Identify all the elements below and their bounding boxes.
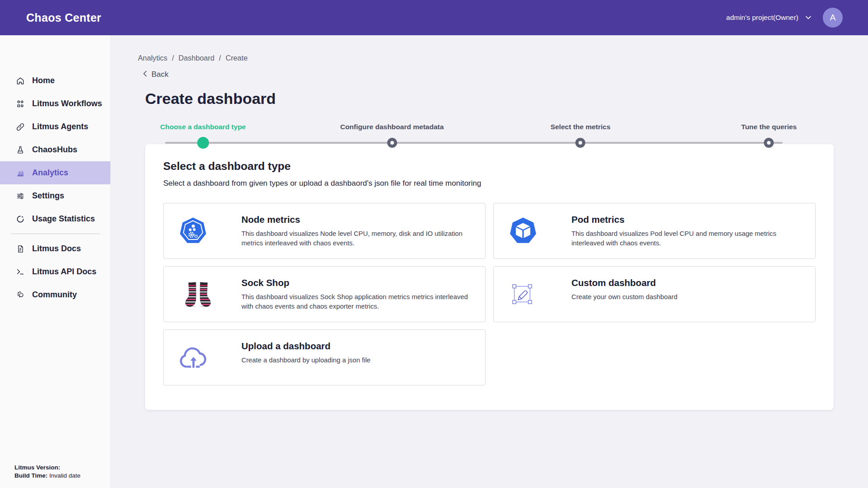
breadcrumb-separator: / bbox=[219, 54, 221, 62]
top-header: Chaos Center admin's project(Owner) A bbox=[0, 0, 868, 35]
sidebar-item-litmus-agents[interactable]: Litmus Agents bbox=[0, 115, 110, 138]
usage-statistics-icon bbox=[16, 215, 25, 224]
avatar[interactable]: A bbox=[823, 8, 843, 28]
breadcrumb-separator: / bbox=[172, 54, 174, 62]
kubernetes-node-icon bbox=[164, 203, 241, 258]
workflows-icon bbox=[16, 99, 25, 108]
sidebar-item-litmus-workflows[interactable]: Litmus Workflows bbox=[0, 92, 110, 115]
kubernetes-pod-icon bbox=[494, 203, 571, 258]
main-content: Analytics / Dashboard / Create Back Crea… bbox=[111, 35, 868, 488]
option-card-pod-metrics[interactable]: Pod metrics This dashboard visualizes Po… bbox=[493, 203, 816, 259]
breadcrumb-item-create: Create bbox=[226, 54, 248, 62]
sidebar: Home Litmus Workflows Litmus Agents Chao… bbox=[0, 35, 111, 488]
build-time-value: Invalid date bbox=[49, 472, 80, 479]
chevron-down-icon bbox=[806, 16, 811, 19]
sidebar-item-analytics[interactable]: Analytics bbox=[0, 161, 110, 184]
dashboard-type-panel: Select a dashboard type Select a dashboa… bbox=[145, 144, 834, 410]
project-label: admin's project(Owner) bbox=[726, 14, 798, 22]
panel-subtitle: Select a dashboard from given types or u… bbox=[163, 179, 816, 188]
option-card-upload-a-dashboard[interactable]: Upload a dashboard Create a dashboard by… bbox=[163, 329, 486, 385]
breadcrumb: Analytics / Dashboard / Create bbox=[138, 54, 834, 62]
option-card-sock-shop[interactable]: Sock Shop This dashboard visualizes Sock… bbox=[163, 266, 486, 322]
settings-icon bbox=[16, 192, 25, 201]
topbar-right: admin's project(Owner) A bbox=[726, 8, 843, 28]
option-card-node-metrics[interactable]: Node metrics This dashboard visualizes N… bbox=[163, 203, 486, 259]
upload-cloud-icon bbox=[164, 330, 241, 385]
stepper: Choose a dashboard type Configure dashbo… bbox=[145, 121, 834, 144]
chaos-center-app: Chaos Center admin's project(Owner) A Ho… bbox=[0, 0, 868, 488]
dashboard-type-options: Node metrics This dashboard visualizes N… bbox=[163, 203, 816, 385]
sidebar-item-litmus-api-docs[interactable]: Litmus API Docs bbox=[0, 260, 110, 283]
api-docs-icon bbox=[16, 267, 25, 277]
sidebar-item-litmus-docs[interactable]: Litmus Docs bbox=[0, 237, 110, 260]
back-label: Back bbox=[151, 70, 169, 79]
agents-icon bbox=[16, 122, 25, 131]
analytics-icon bbox=[16, 169, 25, 178]
avatar-letter: A bbox=[830, 13, 836, 23]
step-tune-the-queries: Tune the queries bbox=[741, 122, 797, 148]
sidebar-item-usage-statistics[interactable]: Usage Statistics bbox=[0, 207, 110, 230]
step-dot bbox=[197, 137, 209, 149]
litmus-version-label: Litmus Version: bbox=[14, 464, 60, 471]
breadcrumb-item-analytics[interactable]: Analytics / bbox=[138, 54, 179, 62]
sock-shop-icon bbox=[164, 267, 241, 322]
chevron-left-icon bbox=[143, 70, 147, 79]
app-title: Chaos Center bbox=[26, 11, 101, 24]
docs-icon bbox=[16, 244, 25, 253]
step-dot bbox=[764, 138, 774, 148]
step-dot bbox=[576, 138, 585, 148]
sidebar-item-community[interactable]: Community bbox=[0, 283, 110, 306]
custom-dashboard-icon bbox=[494, 267, 571, 322]
sidebar-nav-secondary: Litmus Docs Litmus API Docs Community bbox=[0, 237, 110, 306]
sidebar-item-home[interactable]: Home bbox=[0, 69, 110, 92]
sidebar-item-chaoshubs[interactable]: ChaosHubs bbox=[0, 138, 110, 161]
build-time-label: Build Time: bbox=[14, 472, 47, 479]
step-choose-a-dashboard-type: Choose a dashboard type bbox=[160, 122, 245, 149]
community-icon bbox=[16, 291, 25, 300]
sidebar-nav-primary: Home Litmus Workflows Litmus Agents Chao… bbox=[0, 69, 110, 230]
stepper-connector bbox=[165, 142, 783, 144]
back-button[interactable]: Back bbox=[143, 70, 169, 79]
step-dot bbox=[387, 138, 397, 148]
home-icon bbox=[16, 76, 25, 85]
breadcrumb-item-dashboard[interactable]: Dashboard / bbox=[179, 54, 226, 62]
step-configure-dashboard-metadata: Configure dashboard metadata bbox=[340, 122, 443, 148]
panel-title: Select a dashboard type bbox=[163, 160, 816, 173]
project-switcher[interactable]: admin's project(Owner) bbox=[726, 14, 811, 22]
chaoshubs-icon bbox=[16, 145, 25, 155]
page-title: Create dashboard bbox=[145, 89, 834, 108]
option-card-custom-dashboard[interactable]: Custom dashboard Create your own custom … bbox=[493, 266, 816, 322]
sidebar-divider bbox=[11, 234, 100, 234]
sidebar-footer: Litmus Version: Build Time: Invalid date bbox=[14, 464, 80, 480]
sidebar-item-settings[interactable]: Settings bbox=[0, 184, 110, 207]
step-select-the-metrics: Select the metrics bbox=[551, 122, 611, 148]
